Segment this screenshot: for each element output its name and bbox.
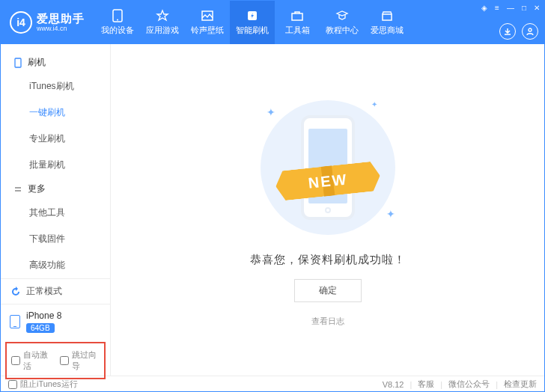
nav-label: 应用游戏: [146, 25, 179, 36]
nav-toolbox[interactable]: 工具箱: [275, 1, 320, 44]
phone-small-icon: [13, 58, 23, 68]
sidebar-item-advanced[interactable]: 高级功能: [29, 252, 110, 278]
device-name: iPhone 8: [26, 310, 61, 321]
view-log-link[interactable]: 查看日志: [311, 316, 344, 327]
app-name: 爱思助手: [37, 13, 85, 24]
auto-activate-checkbox[interactable]: [11, 356, 20, 365]
phone-icon: [110, 9, 125, 22]
main-content: ✦ ✦ ✦ NEW 恭喜您，保资料刷机成功啦！ 确定 查看日志: [111, 44, 544, 376]
option-label: 自动激活: [23, 349, 51, 372]
nav-shop[interactable]: 爱思商城: [365, 1, 409, 44]
sidebar-item-batch-flash[interactable]: 批量刷机: [29, 152, 110, 178]
shop-icon: [380, 9, 395, 22]
option-auto-activate[interactable]: 自动激活: [11, 349, 51, 372]
flash-options-highlighted: 自动激活 跳过向导: [5, 342, 106, 379]
toolbox-icon: [290, 9, 305, 22]
block-itunes-option[interactable]: 阻止iTunes运行: [8, 379, 78, 390]
apps-icon: [155, 9, 170, 22]
nav-label: 铃声壁纸: [191, 25, 224, 36]
user-button[interactable]: [522, 23, 538, 40]
nav-my-device[interactable]: 我的设备: [95, 1, 140, 44]
more-icon: [13, 184, 23, 195]
nav-label: 智能刷机: [236, 25, 269, 36]
sidebar-item-other-tools[interactable]: 其他工具: [29, 200, 110, 226]
separator: |: [440, 380, 442, 389]
flash-icon: [245, 9, 260, 22]
status-text: 正常模式: [26, 285, 62, 298]
footer-link-support[interactable]: 客服: [418, 379, 434, 390]
success-message: 恭喜您，保资料刷机成功啦！: [250, 253, 406, 267]
device-storage-badge: 64GB: [26, 323, 55, 333]
svg-point-6: [529, 28, 532, 31]
group-title: 刷机: [28, 56, 46, 69]
device-info[interactable]: iPhone 8 64GB: [1, 304, 110, 339]
option-label: 阻止iTunes运行: [20, 379, 78, 390]
minimize-icon[interactable]: —: [505, 2, 516, 13]
app-url: www.i4.cn: [37, 25, 85, 32]
svg-rect-7: [15, 58, 21, 67]
sidebar: 刷机 iTunes刷机 一键刷机 专业刷机 批量刷机 更多 其他工具 下载固件 …: [1, 44, 111, 376]
top-nav: 我的设备 应用游戏 铃声壁纸 智能刷机 工具箱 教程中心 爱思商城: [95, 1, 409, 44]
svg-rect-4: [292, 13, 302, 20]
svg-point-1: [117, 19, 118, 21]
separator: |: [409, 380, 412, 389]
logo-icon: i4: [10, 11, 32, 34]
logo[interactable]: i4 爱思助手 www.i4.cn: [1, 1, 95, 44]
window-controls: ◈ ≡ — □ ✕: [480, 2, 541, 13]
group-title: 更多: [28, 183, 46, 195]
sidebar-item-oneclick-flash[interactable]: 一键刷机: [29, 99, 110, 126]
sidebar-group-flash[interactable]: 刷机: [1, 52, 110, 73]
footer-link-update[interactable]: 检查更新: [504, 379, 537, 390]
sidebar-item-pro-flash[interactable]: 专业刷机: [29, 126, 110, 152]
sparkle-icon: ✦: [371, 100, 377, 108]
wallpaper-icon: [200, 9, 215, 22]
nav-apps-games[interactable]: 应用游戏: [140, 1, 185, 44]
device-icon: [10, 315, 20, 328]
device-mode-status[interactable]: 正常模式: [1, 278, 110, 304]
version-label: V8.12: [383, 380, 404, 389]
nav-smart-flash[interactable]: 智能刷机: [230, 1, 275, 44]
nav-tutorials[interactable]: 教程中心: [320, 1, 365, 44]
block-itunes-checkbox[interactable]: [8, 380, 17, 389]
option-label: 跳过向导: [72, 349, 100, 372]
refresh-icon: [10, 286, 22, 298]
shirt-icon[interactable]: ◈: [480, 2, 489, 13]
download-button[interactable]: [499, 23, 516, 40]
nav-label: 爱思商城: [371, 25, 404, 36]
footer-right: V8.12 | 客服 | 微信公众号 | 检查更新: [383, 379, 537, 390]
tutorial-icon: [335, 9, 350, 22]
option-skip-guide[interactable]: 跳过向导: [60, 349, 100, 372]
header-right-buttons: [499, 23, 538, 40]
close-icon[interactable]: ✕: [532, 2, 541, 13]
nav-ringtone-wallpaper[interactable]: 铃声壁纸: [185, 1, 230, 44]
nav-label: 工具箱: [285, 25, 310, 36]
separator: |: [496, 380, 498, 389]
svg-rect-5: [383, 14, 392, 20]
nav-label: 教程中心: [326, 25, 359, 36]
logo-text: 爱思助手 www.i4.cn: [37, 13, 85, 32]
sidebar-group-more[interactable]: 更多: [1, 178, 110, 200]
sidebar-item-itunes-flash[interactable]: iTunes刷机: [29, 73, 110, 99]
sidebar-item-download-firmware[interactable]: 下载固件: [29, 226, 110, 252]
sparkle-icon: ✦: [267, 106, 275, 118]
skip-guide-checkbox[interactable]: [60, 356, 69, 365]
success-illustration: ✦ ✦ ✦ NEW: [246, 93, 410, 242]
app-header: i4 爱思助手 www.i4.cn 我的设备 应用游戏 铃声壁纸 智能刷机 工具…: [1, 1, 544, 44]
footer-link-wechat[interactable]: 微信公众号: [448, 379, 490, 390]
phone-home-button: [325, 207, 331, 213]
maximize-icon[interactable]: □: [520, 2, 528, 13]
confirm-button[interactable]: 确定: [294, 279, 362, 302]
body: 刷机 iTunes刷机 一键刷机 专业刷机 批量刷机 更多 其他工具 下载固件 …: [1, 44, 544, 376]
nav-label: 我的设备: [101, 25, 134, 36]
menu-icon[interactable]: ≡: [493, 2, 501, 13]
sparkle-icon: ✦: [386, 208, 395, 220]
